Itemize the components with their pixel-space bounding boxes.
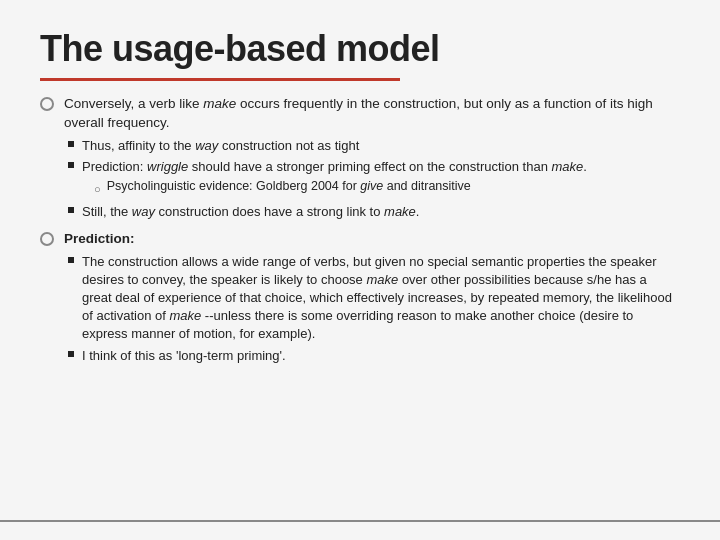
slide-title: The usage-based model [40,28,680,70]
sub-sub-bullet-text-1-1: Psycholinguistic evidence: Goldberg 2004… [107,178,680,196]
sub-bullet-2-1: The construction allows a wide range of … [68,253,680,344]
sub-bullet-text-1-2: Prediction: wriggle should have a strong… [82,158,680,200]
sub-bullet-1-3: Still, the way construction does have a … [68,203,680,221]
content-area: Conversely, a verb like make occurs freq… [40,95,680,368]
sub-bullet-text-1-1: Thus, affinity to the way construction n… [82,137,680,155]
sub-bullets-1: Thus, affinity to the way construction n… [68,137,680,221]
title-underline [40,78,400,81]
wriggle-italic: wriggle [147,159,188,174]
bottom-line [0,520,720,522]
sub-bullet-text-1-3: Still, the way construction does have a … [82,203,680,221]
sub-bullet-1-1: Thus, affinity to the way construction n… [68,137,680,155]
sub-bullet-square-2-2 [68,351,74,357]
give-italic: give [360,179,383,193]
way-italic-1: way [195,138,218,153]
bullet-text-2: Prediction: The construction allows a wi… [64,230,680,368]
way-italic-2: way [132,204,155,219]
prediction-label: Prediction: [64,231,135,246]
bullet-circle-1 [40,97,54,111]
sub-sub-bullet-1-1: ○ Psycholinguistic evidence: Goldberg 20… [94,178,680,197]
make-italic-5: make [169,308,201,323]
make-italic-3: make [384,204,416,219]
slide: The usage-based model Conversely, a verb… [0,0,720,540]
sub-bullet-square-1-1 [68,141,74,147]
bullet-circle-2 [40,232,54,246]
sub-bullet-2-2: I think of this as 'long-term priming'. [68,347,680,365]
sub-bullet-1-2: Prediction: wriggle should have a strong… [68,158,680,200]
sub-bullet-text-2-1: The construction allows a wide range of … [82,253,680,344]
sub-bullet-square-2-1 [68,257,74,263]
bullet-text-1: Conversely, a verb like make occurs freq… [64,95,680,224]
bullet-item-2: Prediction: The construction allows a wi… [40,230,680,368]
diamond-icon-1: ○ [94,182,101,197]
bullet-item-1: Conversely, a verb like make occurs freq… [40,95,680,224]
sub-bullet-square-1-2 [68,162,74,168]
sub-bullet-square-1-3 [68,207,74,213]
make-italic-4: make [366,272,398,287]
sub-bullet-text-2-2: I think of this as 'long-term priming'. [82,347,680,365]
sub-sub-bullets-1: ○ Psycholinguistic evidence: Goldberg 20… [94,178,680,197]
sub-bullets-2: The construction allows a wide range of … [68,253,680,365]
make-italic-1: make [203,96,236,111]
make-italic-2: make [552,159,584,174]
